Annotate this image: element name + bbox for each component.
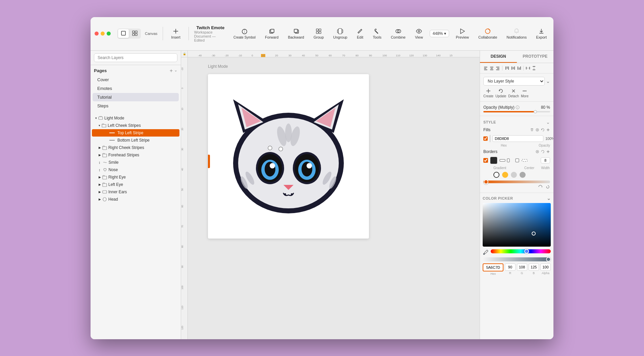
border-width-input[interactable]: [541, 157, 550, 163]
layer-head[interactable]: ▶ Head: [92, 196, 179, 203]
border-preset-gray[interactable]: [511, 172, 517, 178]
color-gradient-picker[interactable]: [483, 203, 551, 247]
border-color-swatch[interactable]: [490, 157, 497, 164]
canvas-single-view[interactable]: [118, 29, 129, 38]
layer-light-mode[interactable]: ▾ Light Mode: [92, 114, 179, 122]
view-button[interactable]: View: [412, 27, 426, 41]
pages-section: Pages + ⌄: [91, 65, 181, 75]
zoom-control[interactable]: 448% ▾: [430, 30, 449, 37]
gradient-slider[interactable]: [483, 181, 550, 183]
hex-color-input[interactable]: [483, 263, 503, 271]
opacity-gradient-slider[interactable]: [483, 257, 551, 261]
tools-button[interactable]: Tools: [370, 27, 384, 41]
layer-right-eye[interactable]: ▶ Right Eye: [92, 173, 179, 181]
create-symbol-button[interactable]: Create Symbol: [231, 27, 258, 41]
style-collapse-icon[interactable]: ⌄: [546, 119, 550, 125]
opacity-slider[interactable]: [483, 111, 550, 112]
export-button[interactable]: Export: [533, 27, 549, 41]
canvas-area[interactable]: 🔒 -40 -30 -20 -10 0 10 20 30 40 50 60 70…: [181, 51, 480, 339]
preview-button[interactable]: Preview: [453, 27, 472, 41]
more-style-button[interactable]: More: [521, 88, 529, 98]
minimize-button[interactable]: [101, 32, 105, 36]
layer-bottom-left-stripe[interactable]: Bottom Left Stripe: [92, 137, 179, 144]
fill-hex-input[interactable]: [492, 135, 543, 142]
tab-design[interactable]: DESIGN: [480, 51, 517, 63]
artboard[interactable]: [208, 74, 369, 239]
border-dash-icon[interactable]: [522, 158, 528, 163]
border-preset-yellow[interactable]: [502, 172, 508, 178]
align-left-icon[interactable]: [483, 66, 488, 70]
layer-forehead-stripes[interactable]: ▶ Forehead Stripes: [92, 151, 179, 159]
fills-delete-icon[interactable]: [530, 128, 534, 132]
page-tutorial[interactable]: Tutorial: [93, 93, 179, 101]
gradient-sync-icon[interactable]: [545, 185, 550, 189]
alpha-color-input[interactable]: [540, 263, 551, 271]
border-type-icon[interactable]: [499, 158, 505, 163]
border-preset-none[interactable]: [493, 172, 499, 178]
borders-sync-icon[interactable]: [541, 150, 545, 154]
layer-top-left-stripe[interactable]: Top Left Stripe: [92, 129, 179, 137]
opacity-thumb[interactable]: [534, 110, 537, 113]
maximize-button[interactable]: [107, 32, 111, 36]
backward-button[interactable]: Backward: [285, 27, 307, 41]
page-steps[interactable]: Steps: [93, 102, 179, 110]
fill-enabled-checkbox[interactable]: [483, 136, 488, 141]
border-join-icon[interactable]: [507, 158, 513, 163]
border-preset-darkgray[interactable]: [520, 172, 526, 178]
page-cover[interactable]: Cover: [93, 75, 179, 84]
fills-add-icon[interactable]: [546, 128, 550, 132]
layer-style-select[interactable]: No Layer Style: [483, 77, 545, 86]
dist-v-icon[interactable]: [532, 66, 536, 70]
fill-color-swatch[interactable]: [490, 135, 490, 142]
edit-button[interactable]: Edit: [354, 27, 366, 41]
close-button[interactable]: [95, 32, 99, 36]
hue-thumb[interactable]: [524, 249, 529, 254]
layer-smile[interactable]: ↕ Smile: [92, 159, 179, 166]
borders-settings-icon[interactable]: [535, 150, 539, 154]
tab-prototype[interactable]: PROTOTYPE: [517, 51, 554, 63]
border-enabled-checkbox[interactable]: [483, 158, 488, 163]
fills-settings-icon[interactable]: [535, 128, 539, 132]
create-style-button[interactable]: Create: [483, 88, 493, 98]
color-picker-collapse[interactable]: ⌄: [547, 196, 551, 201]
align-top-icon[interactable]: [504, 66, 509, 70]
layer-right-cheek-stripes[interactable]: ▶ Right Cheek Stripes: [92, 144, 179, 151]
layer-left-eye[interactable]: ▶ Left Eye: [92, 181, 179, 188]
forward-button[interactable]: Forward: [262, 27, 281, 41]
ungroup-button[interactable]: Ungroup: [330, 27, 350, 41]
align-center-icon[interactable]: [489, 66, 494, 70]
r-color-input[interactable]: [505, 263, 515, 271]
collaborate-button[interactable]: Collaborate: [476, 27, 500, 41]
align-right-icon[interactable]: [495, 66, 500, 70]
fills-sync-icon[interactable]: [541, 128, 545, 132]
pages-list: Cover Emotes Tutorial Steps: [91, 75, 181, 110]
align-middle-icon[interactable]: [511, 66, 515, 70]
combine-button[interactable]: Combine: [388, 27, 408, 41]
update-style-button[interactable]: Update: [495, 88, 506, 98]
layer-nose[interactable]: ↕ Nose: [92, 166, 179, 173]
g-color-input[interactable]: [517, 263, 527, 271]
notifications-button[interactable]: Notifications: [504, 27, 529, 41]
canvas-grid-view[interactable]: [129, 29, 140, 38]
search-input[interactable]: [94, 53, 177, 62]
group-button[interactable]: Group: [311, 27, 327, 41]
gradient-thumb-left[interactable]: [484, 180, 488, 184]
hue-slider[interactable]: [491, 249, 551, 253]
dist-h-icon[interactable]: [526, 66, 530, 70]
pages-expand-button[interactable]: ⌄: [174, 68, 177, 74]
eyedropper-icon[interactable]: [483, 249, 489, 255]
svg-point-52: [270, 163, 275, 168]
borders-add-icon[interactable]: [546, 150, 550, 154]
insert-button[interactable]: Insert: [168, 27, 183, 41]
gradient-reverse-icon[interactable]: [538, 185, 543, 189]
layer-left-cheek-stripes[interactable]: ▾ Left Cheek Stripes: [92, 122, 179, 129]
align-bottom-icon[interactable]: [517, 66, 521, 70]
border-cap-icon[interactable]: [514, 158, 520, 163]
layer-inner-ears[interactable]: ▶ Inner Ears: [92, 188, 179, 196]
page-emotes[interactable]: Emotes: [93, 84, 179, 93]
b-color-input[interactable]: [529, 263, 539, 271]
opacity-slider-thumb[interactable]: [546, 257, 551, 262]
layer-style-chevron[interactable]: ⌄: [546, 79, 550, 84]
add-page-button[interactable]: +: [170, 68, 173, 74]
detach-style-button[interactable]: Detach: [508, 88, 519, 98]
